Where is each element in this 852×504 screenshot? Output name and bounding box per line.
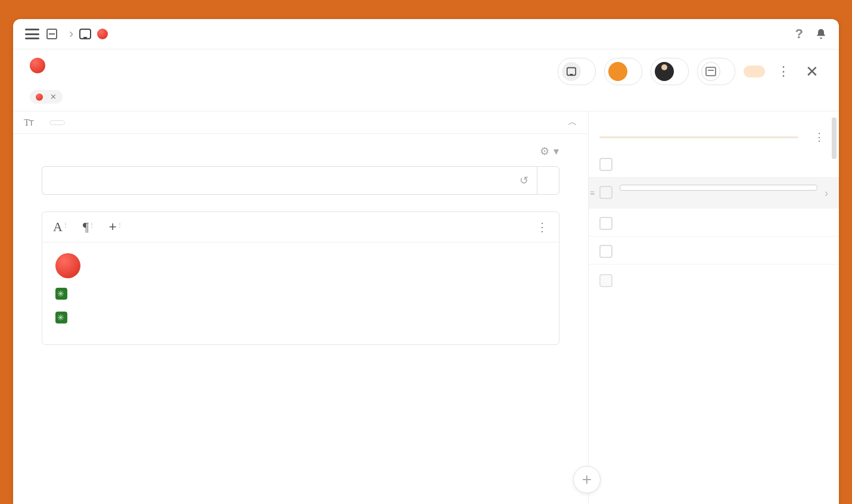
- owner-pill[interactable]: [651, 58, 689, 85]
- doc-toolbar: A ¶ ⋮: [42, 212, 559, 242]
- analyze-button[interactable]: [537, 166, 559, 195]
- task-item[interactable]: ›: [589, 178, 839, 209]
- editor-pane: Tᴛ ︿ ⚙ ▾ ↺: [13, 111, 589, 504]
- more-menu-icon[interactable]: ⋮: [773, 64, 794, 79]
- tab-contributors[interactable]: [788, 117, 800, 122]
- sparkle-icon: [55, 288, 67, 300]
- task-meta: [620, 159, 828, 168]
- workspace-avatar: [608, 62, 627, 81]
- task-meta: [620, 193, 817, 202]
- editor-bar: Tᴛ ︿: [13, 111, 588, 134]
- doc-paragraph: [55, 309, 546, 325]
- doc-heading: [55, 253, 546, 278]
- breadcrumb-separator: ›: [69, 26, 73, 42]
- webinar-icon: [562, 62, 581, 81]
- font-size-tool[interactable]: A: [53, 219, 63, 235]
- date-pill[interactable]: [697, 58, 735, 85]
- chat-icon: [79, 29, 91, 39]
- doc-paragraph: [55, 285, 546, 301]
- red-circle-icon: [97, 29, 108, 39]
- menu-icon[interactable]: [25, 29, 39, 39]
- owner-avatar: [655, 62, 674, 81]
- topbar: › ?: [13, 19, 839, 49]
- tag-chip[interactable]: ✕: [30, 90, 63, 104]
- side-tabs: [589, 111, 839, 127]
- scrollbar[interactable]: [832, 117, 837, 159]
- progress-bar: [599, 136, 798, 138]
- collapse-icon[interactable]: ︿: [568, 116, 577, 129]
- breadcrumb: ›: [46, 26, 114, 42]
- history-icon[interactable]: ↺: [520, 174, 528, 187]
- headline-input[interactable]: ↺: [42, 166, 537, 195]
- task-checkbox: [599, 274, 612, 287]
- meta-row: ⋮ ✕: [558, 58, 822, 85]
- paragraph-tool[interactable]: ¶: [83, 219, 89, 235]
- progress-menu-icon[interactable]: ⋮: [810, 130, 828, 144]
- tags-row: ✕: [13, 89, 839, 111]
- help-icon[interactable]: ?: [795, 26, 803, 42]
- chevron-right-icon[interactable]: ›: [825, 187, 828, 200]
- topbar-actions: ?: [795, 26, 827, 42]
- task-checkbox[interactable]: [599, 186, 612, 199]
- close-icon[interactable]: ✕: [802, 63, 822, 81]
- headline-row: ↺: [42, 166, 559, 195]
- task-list: ›: [589, 150, 839, 504]
- workspace-pill[interactable]: [604, 58, 642, 85]
- progress-row: ⋮: [589, 127, 839, 150]
- calendar-icon: [701, 62, 720, 81]
- remove-tag-icon[interactable]: ✕: [50, 92, 57, 101]
- task-item[interactable]: [589, 237, 839, 265]
- sparkle-icon: [55, 312, 67, 323]
- tab-discussion[interactable]: [708, 117, 720, 122]
- header-row: ⋮ ✕: [13, 49, 839, 89]
- status-badge[interactable]: [744, 66, 765, 77]
- headline-label: ⚙ ▾: [42, 145, 559, 158]
- red-circle-icon: [36, 94, 43, 101]
- task-checkbox[interactable]: [599, 217, 612, 230]
- notifications-icon[interactable]: [815, 27, 827, 41]
- doc-more-icon[interactable]: ⋮: [536, 220, 548, 234]
- add-button[interactable]: +: [573, 466, 601, 493]
- doc-content[interactable]: [42, 242, 559, 344]
- task-item[interactable]: [589, 209, 839, 237]
- task-item[interactable]: [589, 150, 839, 178]
- task-checkbox[interactable]: [599, 158, 612, 171]
- editor-body: ⚙ ▾ ↺ A ¶ ⋮: [13, 134, 588, 356]
- task-meta: [620, 246, 828, 255]
- headline-preview-pill[interactable]: [49, 120, 65, 125]
- content-type-pill[interactable]: [558, 58, 596, 85]
- document-card: A ¶ ⋮: [42, 211, 559, 345]
- new-task-row[interactable]: [589, 265, 839, 295]
- tab-tasks[interactable]: [627, 117, 639, 122]
- red-circle-icon: [30, 58, 45, 73]
- task-checkbox[interactable]: [599, 245, 612, 258]
- calendar-icon: [46, 29, 57, 39]
- app-frame: › ?: [13, 19, 839, 504]
- content-row: Tᴛ ︿ ⚙ ▾ ↺: [13, 111, 839, 504]
- title-block: [30, 58, 51, 78]
- page-title: [30, 58, 51, 73]
- side-pane: ⋮ ›: [589, 111, 839, 504]
- text-editor-icon: Tᴛ: [24, 117, 33, 128]
- task-title-input[interactable]: [620, 185, 817, 191]
- red-circle-icon: [55, 253, 80, 278]
- insert-tool[interactable]: [109, 219, 117, 235]
- task-meta: [620, 218, 828, 227]
- gear-icon[interactable]: ⚙ ▾: [540, 145, 559, 158]
